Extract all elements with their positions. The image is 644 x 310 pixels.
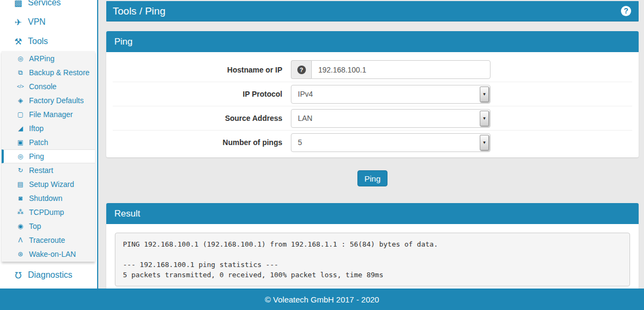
tools-submenu: ◎ ARPing ⧉ Backup & Restore </> Console … (2, 51, 95, 262)
sidebar-bottom-nav: ℧ Diagnostics (0, 265, 97, 285)
sidebar-item-restart[interactable]: ↻ Restart (2, 163, 95, 177)
help-icon[interactable]: ? (621, 6, 631, 16)
sidebar-item-label: Diagnostics (28, 270, 72, 280)
form-row-ip-protocol: IP Protocol IPv4 ▾ (113, 82, 632, 106)
app-root: ▩ Services ✈ VPN ⚒ Tools ◎ ARPing ⧉ Back… (0, 0, 644, 310)
sidebar-item-wake-on-lan[interactable]: ⊛ Wake-on-LAN (2, 247, 95, 261)
form-row-source-address: Source Address LAN ▾ (113, 106, 632, 130)
ping-panel-title: Ping (106, 31, 639, 52)
stethoscope-icon: ℧ (13, 270, 24, 280)
eye-icon: ◉ (16, 222, 25, 230)
sidebar-item-services[interactable]: ▩ Services (0, 0, 97, 12)
sidebar-item-backup-restore[interactable]: ⧉ Backup & Restore (2, 66, 95, 80)
sidebar-item-label: Tools (28, 37, 48, 46)
sidebar-item-file-manager[interactable]: ▢ File Manager (2, 107, 95, 121)
result-panel: Result PING 192.168.100.1 (192.168.100.1… (106, 203, 639, 295)
copyright-text: © Voleatech GmbH 2017 - 2020 (265, 295, 379, 304)
gavel-icon: ⚒ (13, 37, 24, 47)
source-address-select[interactable]: LAN ▾ (291, 109, 491, 128)
sidebar-item-diagnostics[interactable]: ℧ Diagnostics (0, 265, 97, 285)
sidebar-item-shutdown[interactable]: ◙ Shutdown (2, 191, 95, 205)
target-icon: ◎ (16, 55, 25, 62)
ip-protocol-select[interactable]: IPv4 ▾ (291, 85, 491, 104)
page-header: Tools / Ping ? (106, 1, 639, 21)
number-of-pings-label: Number of pings (113, 138, 291, 147)
hostname-input[interactable] (311, 60, 491, 79)
form-row-hostname: Hostname or IP ? (113, 57, 632, 82)
road-icon: Λ (16, 236, 25, 244)
form-row-number-of-pings: Number of pings 5 ▾ (113, 130, 632, 154)
archive-icon: ▤ (16, 181, 25, 188)
chevron-down-icon: ▾ (480, 86, 489, 102)
sidebar-top-nav: ▩ Services ✈ VPN ⚒ Tools (0, 0, 97, 51)
target-icon: ◎ (16, 153, 25, 160)
ping-form: Hostname or IP ? IP Protocol (106, 52, 639, 157)
file-code-icon: ▣ (16, 139, 25, 146)
ping-panel: Ping Hostname or IP ? IP Protocol (106, 31, 639, 157)
footer: © Voleatech GmbH 2017 - 2020 (0, 289, 644, 310)
sync-icon: ↻ (16, 167, 25, 174)
ip-protocol-label: IP Protocol (113, 90, 291, 98)
sidebar-item-tcpdump[interactable]: ⁂ TCPDump (2, 205, 95, 219)
number-of-pings-select[interactable]: 5 ▾ (291, 133, 491, 152)
sidebar-item-vpn[interactable]: ✈ VPN (0, 12, 97, 32)
source-address-label: Source Address (113, 114, 291, 122)
sidebar-item-tools[interactable]: ⚒ Tools (0, 32, 97, 51)
chevron-down-icon: ▾ (480, 135, 489, 150)
sidebar-item-label: VPN (28, 17, 46, 27)
chart-area-icon: ◢ (16, 125, 25, 132)
sidebar-item-console[interactable]: </> Console (2, 80, 95, 93)
main-content: Tools / Ping ? Ping Hostname or IP ? (98, 0, 644, 310)
question-circle-icon: ? (297, 66, 306, 74)
code-icon: </> (16, 84, 25, 89)
result-panel-title: Result (106, 203, 639, 224)
sidebar-item-patch[interactable]: ▣ Patch (2, 135, 95, 149)
page-title: Tools / Ping (113, 5, 165, 17)
field-help-addon[interactable]: ? (291, 60, 311, 79)
select-value: 5 (298, 138, 302, 147)
sidebar-item-setup-wizard[interactable]: ▤ Setup Wizard (2, 177, 95, 191)
ping-output: PING 192.168.100.1 (192.168.100.1) from … (115, 233, 630, 286)
sidebar-item-arping[interactable]: ◎ ARPing (2, 52, 95, 66)
sidebar: ▩ Services ✈ VPN ⚒ Tools ◎ ARPing ⧉ Back… (0, 0, 98, 310)
share-nodes-icon: ⁂ (16, 208, 25, 216)
eye-outline-icon: ⊛ (16, 250, 25, 258)
submit-row: Ping (106, 170, 639, 186)
sidebar-item-factory-defaults[interactable]: ◈ Factory Defaults (2, 93, 95, 107)
sidebar-item-top[interactable]: ◉ Top (2, 219, 95, 233)
select-value: IPv4 (298, 90, 313, 98)
power-off-icon: ◙ (16, 194, 25, 202)
hostname-label: Hostname or IP (113, 66, 291, 74)
fighter-jet-icon: ✈ (13, 17, 24, 27)
sidebar-item-traceroute[interactable]: Λ Traceroute (2, 233, 95, 247)
ping-button[interactable]: Ping (357, 170, 387, 186)
grid-icon: ▩ (13, 0, 24, 8)
sidebar-item-iftop[interactable]: ◢ Iftop (2, 121, 95, 135)
copy-icon: ⧉ (16, 69, 25, 76)
sidebar-item-label: Services (28, 0, 61, 8)
sidebar-item-ping[interactable]: ◎ Ping (2, 149, 95, 163)
eraser-icon: ◈ (16, 97, 25, 104)
file-icon: ▢ (16, 111, 25, 118)
select-value: LAN (298, 114, 312, 122)
chevron-down-icon: ▾ (480, 111, 489, 126)
